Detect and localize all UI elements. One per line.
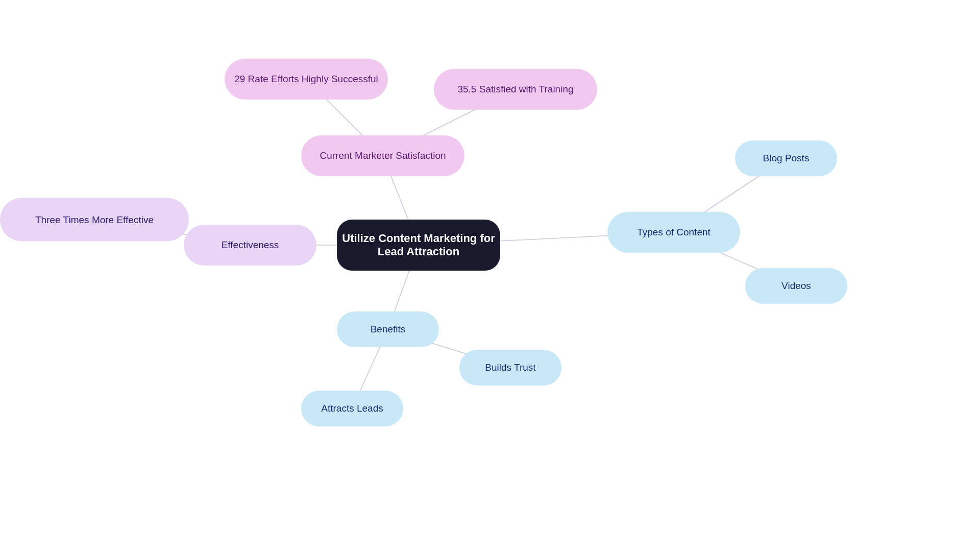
effectiveness-label: Effectiveness (222, 239, 279, 251)
blog-posts-label: Blog Posts (763, 153, 810, 164)
central-node[interactable]: Utilize Content Marketing for Lead Attra… (337, 220, 500, 271)
three-times-label: Three Times More Effective (35, 214, 154, 225)
satisfied-training-label: 35.5 Satisfied with Training (457, 84, 573, 95)
attracts-leads-label: Attracts Leads (321, 403, 383, 414)
rate-efforts-label: 29 Rate Efforts Highly Successful (234, 74, 378, 85)
benefits-node[interactable]: Benefits (337, 311, 439, 347)
marketer-satisfaction-label: Current Marketer Satisfaction (320, 150, 446, 161)
three-times-node[interactable]: Three Times More Effective (0, 198, 189, 242)
builds-trust-label: Builds Trust (485, 362, 535, 373)
benefits-label: Benefits (371, 324, 406, 335)
attracts-leads-node[interactable]: Attracts Leads (301, 391, 403, 426)
types-content-node[interactable]: Types of Content (607, 212, 740, 253)
videos-node[interactable]: Videos (745, 268, 847, 304)
central-node-label: Utilize Content Marketing for Lead Attra… (342, 232, 495, 258)
satisfied-training-node[interactable]: 35.5 Satisfied with Training (434, 69, 597, 110)
rate-efforts-node[interactable]: 29 Rate Efforts Highly Successful (225, 59, 388, 100)
blog-posts-node[interactable]: Blog Posts (735, 140, 837, 176)
videos-label: Videos (781, 280, 811, 292)
builds-trust-node[interactable]: Builds Trust (459, 350, 561, 386)
effectiveness-node[interactable]: Effectiveness (184, 225, 316, 266)
types-content-label: Types of Content (637, 227, 710, 238)
marketer-satisfaction-node[interactable]: Current Marketer Satisfaction (301, 135, 464, 176)
